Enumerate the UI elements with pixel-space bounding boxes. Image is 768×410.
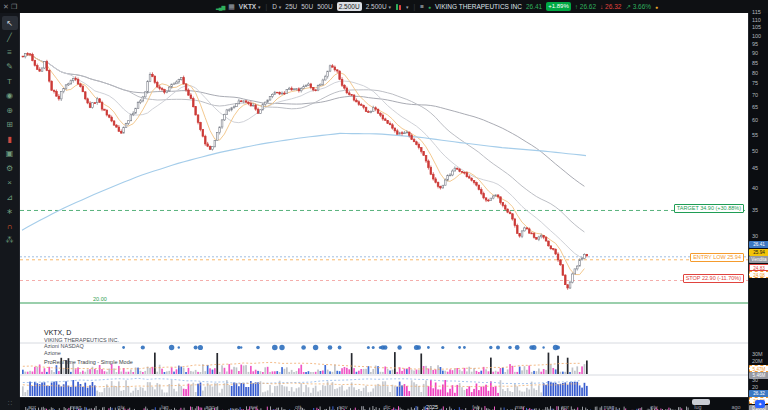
entry-level-label[interactable]: ENTRY LOW 25.94	[690, 253, 744, 262]
symbol-logo-icon: ●	[428, 4, 431, 10]
fib-tool-icon[interactable]: ≡	[2, 45, 18, 59]
volume-axis-tick: 30M	[752, 351, 763, 357]
chart-type-icon[interactable]	[395, 3, 402, 11]
stat-low: ↓ 26.32	[600, 3, 621, 10]
window-restore-button[interactable]: ❐	[11, 1, 17, 12]
alt-price-axis-label: 24.08	[749, 271, 768, 278]
clone-tool-icon[interactable]: ▣	[2, 147, 18, 161]
pattern-tool-icon[interactable]: ∗	[2, 205, 18, 219]
price-tick: 75	[752, 80, 758, 86]
indicators-button[interactable]: ≡	[420, 3, 424, 10]
symbol-title: VIKING THERAPEUTICS INC	[435, 3, 522, 10]
time-axis-label: set	[250, 404, 257, 410]
zoom-in-tool-icon[interactable]: ⊕	[2, 103, 18, 117]
chart-canvas[interactable]: 20.00 VKTX, D VIKING THERAPEUTICS INC. A…	[20, 13, 748, 397]
time-axis-label: giu	[650, 404, 657, 410]
price-tick: 90	[752, 50, 758, 56]
time-axis-label: 2025	[426, 404, 438, 410]
settings-tool-icon[interactable]: ⚙	[2, 161, 18, 175]
magnet-tool-icon[interactable]: ∩	[2, 219, 18, 233]
symbol-button[interactable]: VKTX ▾	[239, 3, 261, 10]
last-price-axis-label: 26.41	[749, 241, 768, 248]
price-tick: 40	[752, 185, 758, 191]
volume-avg-axis-label: 5.47M	[749, 365, 768, 372]
time-axis-label: apr	[28, 404, 36, 410]
signal-bars-icon[interactable]: ▂▄▆	[216, 4, 224, 10]
price-tick: 85	[752, 60, 758, 66]
price-tick: 65	[752, 104, 758, 110]
market-status-icon: ●	[655, 4, 658, 10]
time-axis-label: lug	[694, 404, 701, 410]
sell-axis-label[interactable]: Vendita	[749, 256, 768, 263]
chat-icon[interactable]: ✦	[755, 400, 765, 408]
price-tick: 60	[752, 117, 758, 123]
measure-tool-icon[interactable]: ⊿	[2, 190, 18, 204]
position-tool-icon[interactable]: ▮	[2, 132, 18, 146]
stat-range-pct: ↗ 3.66%	[625, 3, 651, 11]
price-tick: 100	[752, 33, 761, 39]
brush-tool-icon[interactable]: ✎	[2, 60, 18, 74]
window-close-button[interactable]: ✕	[3, 1, 9, 12]
time-axis[interactable]: aprmaggiulugagosetottnovdic2025febmarapr…	[20, 397, 748, 410]
interval-button[interactable]: D ▾	[272, 3, 281, 10]
time-axis-label: giu	[117, 404, 124, 410]
price-tick: 35	[752, 207, 758, 213]
price-axis[interactable]: 26.41 25.94 Vendita 24.83 24.08 30M 20M …	[748, 13, 768, 410]
target-level-label[interactable]: TARGET 34.90 (+30.88%)	[674, 204, 744, 213]
alert-tool-icon[interactable]: ◉	[2, 89, 18, 103]
trendline-tool-icon[interactable]: ╱	[2, 31, 18, 45]
osc-axis-label-blue: 26.32	[749, 390, 768, 397]
time-axis-label: mag	[71, 404, 82, 410]
price-tick: 110	[752, 17, 761, 23]
text-tool-icon[interactable]: T	[2, 74, 18, 88]
time-axis-label: ott	[295, 404, 301, 410]
chevron-down-icon: ▾	[258, 4, 261, 10]
osc-axis-tick: 30	[752, 377, 758, 383]
time-axis-label: apr	[561, 404, 569, 410]
chevron-down-icon[interactable]: ▾	[406, 4, 409, 10]
time-axis-label: nov	[339, 404, 348, 410]
chevron-down-icon: ▾	[388, 4, 391, 10]
qty-button-selected[interactable]: 2.500U	[337, 2, 362, 11]
price-tick: 115	[752, 9, 761, 15]
volume-axis-tick: 20M	[752, 358, 763, 364]
time-axis-label: mag	[604, 404, 615, 410]
time-axis-label: lug	[161, 404, 168, 410]
tree-tool-icon[interactable]: ⁂	[2, 234, 18, 248]
price-tick: 70	[752, 92, 758, 98]
time-axis-label: dic	[383, 404, 390, 410]
cursor-tool-icon[interactable]: ↖	[2, 16, 18, 30]
layout-grid-icon[interactable]: ▦	[228, 3, 235, 11]
price-tick: 50	[752, 148, 758, 154]
qty-button-500u[interactable]: 500U	[317, 3, 333, 10]
change-badge: +1.89%	[546, 2, 571, 11]
qty-button-50u[interactable]: 50U	[301, 3, 313, 10]
time-axis-label: mar	[515, 404, 524, 410]
time-axis-label: ago	[731, 404, 740, 410]
price-tick: 45	[752, 165, 758, 171]
toolbar-separator: |	[266, 3, 268, 10]
entry-price-axis-label: 25.94	[749, 249, 768, 256]
price-tick: 95	[752, 41, 758, 47]
top-toolbar: ✕ ❐ ▂▄▆ ▦ VKTX ▾ | D ▾ 25U 50U 500U 2.50…	[0, 0, 768, 13]
last-price: 26.41	[526, 3, 542, 10]
time-axis-label: ago	[205, 404, 214, 410]
qty-dropdown[interactable]: 2.500U ▾	[366, 3, 391, 10]
price-tick: 80	[752, 70, 758, 76]
drawing-toolbar: ↖╱≡✎T◉⊕⊞▮▣⚙×⊿∗∩⁂	[0, 13, 20, 410]
price-tick: 105	[752, 24, 761, 30]
price-tick: 30	[752, 233, 758, 239]
delete-tool-icon[interactable]: ×	[2, 176, 18, 190]
axis-corner-grip[interactable]: ∷	[0, 397, 20, 410]
chevron-down-icon: ▾	[279, 4, 282, 10]
trading-app-window: ✕ ❐ ▂▄▆ ▦ VKTX ▾ | D ▾ 25U 50U 500U 2.50…	[0, 0, 768, 410]
toolbar-separator: |	[413, 3, 415, 10]
svg-text:20.00: 20.00	[93, 296, 107, 302]
time-axis-label: feb	[472, 404, 480, 410]
price-tick: 55	[752, 132, 758, 138]
layout-tool-icon[interactable]: ⊞	[2, 118, 18, 132]
stat-high: ↑ 26.62	[575, 3, 596, 10]
qty-button-25u[interactable]: 25U	[285, 3, 297, 10]
stop-level-label[interactable]: STOP 22.90 (-11.70%)	[683, 274, 744, 283]
low-price-axis-label: 24.83	[749, 264, 768, 271]
